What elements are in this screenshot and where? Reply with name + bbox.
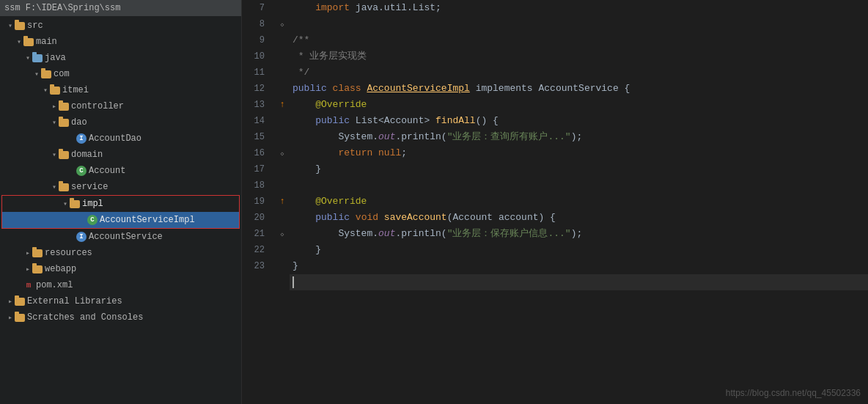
code-keyword: return [338, 145, 378, 161]
item-label: service [71, 182, 108, 192]
gutter-21: ◇ [275, 226, 290, 242]
item-label: controller [71, 101, 124, 111]
line-num: 18 [242, 177, 269, 194]
code-text [293, 113, 315, 129]
interface-icon: I [76, 133, 87, 144]
folder-icon [50, 87, 60, 95]
tree-item-controller[interactable]: ▸ controller [0, 98, 241, 114]
tree-item-java[interactable]: ▾ java [0, 50, 241, 66]
diamond-icon: ◇ [281, 231, 284, 238]
maven-icon: m [23, 280, 34, 290]
code-text: List<Account> [356, 113, 435, 129]
folder-icon [15, 298, 25, 306]
item-label: src [27, 21, 43, 31]
tree-item-itmei[interactable]: ▾ itmei [0, 82, 241, 98]
code-keyword: class [333, 81, 367, 97]
code-string: "业务层：保存账户信息..." [447, 226, 571, 242]
code-line-13: @Override [290, 97, 868, 113]
code-string: "业务层：查询所有账户..." [447, 129, 571, 145]
tree-item-accountserviceimpl[interactable]: C AccountServiceImpl [2, 212, 239, 228]
tree-item-webapp[interactable]: ▸ webapp [0, 261, 241, 277]
item-label: com [54, 69, 70, 79]
code-line-15: System. out .println( "业务层：查询所有账户..." ); [290, 129, 868, 145]
folder-blue-icon [32, 54, 43, 62]
expand-arrow: ▾ [15, 37, 23, 46]
class-green-icon: C [87, 215, 98, 225]
item-label: webapp [45, 264, 76, 274]
code-line-8 [290, 16, 868, 32]
expand-arrow: ▸ [23, 265, 32, 273]
tree-item-domain[interactable]: ▾ domain [0, 147, 241, 163]
line-num: 20 [242, 210, 269, 226]
code-keyword: public [315, 113, 356, 129]
item-label: AccountDao [89, 133, 141, 144]
item-label: resources [45, 248, 92, 258]
expand-arrow: ▾ [61, 199, 70, 208]
gutter-15 [275, 129, 290, 145]
tree-item-impl[interactable]: ▾ impl [2, 196, 239, 212]
code-keyword: void [356, 210, 384, 226]
tree-item-accountdao[interactable]: I AccountDao [0, 131, 241, 147]
gutter-17 [275, 161, 290, 177]
tree-item-main[interactable]: ▾ main [0, 34, 241, 50]
tree-item-pom[interactable]: m pom.xml [0, 277, 241, 293]
gutter-12 [275, 81, 290, 97]
line-num: 21 [242, 226, 269, 242]
gutter-8: ◇ [275, 16, 290, 32]
gutter-22 [275, 242, 290, 258]
gutter-7 [275, 0, 290, 16]
code-text: } [293, 161, 321, 177]
tree-item-com[interactable]: ▾ com [0, 66, 241, 82]
code-text: System. [293, 226, 378, 242]
code-text: (Account account) { [447, 210, 556, 226]
sidebar-header: ssm F:\IDEA\Spring\ssm [0, 0, 241, 16]
code-line-24[interactable] [290, 274, 868, 290]
project-sidebar: ssm F:\IDEA\Spring\ssm ▾ src ▾ main ▾ ja… [0, 0, 242, 404]
arrow-up-icon: ↑ [279, 197, 284, 207]
code-lines[interactable]: import java.util.List; /** * 业务层实现类 */ [290, 0, 868, 404]
item-label: itmei [62, 85, 89, 95]
gutter-16: ◇ [275, 145, 290, 161]
code-line-14: public List<Account> findAll () { [290, 113, 868, 129]
folder-icon [32, 249, 43, 257]
line-num: 17 [242, 161, 269, 177]
code-keyword: public [293, 81, 333, 97]
code-text: } [293, 258, 298, 274]
tree-item-resources[interactable]: ▸ resources [0, 245, 241, 261]
tree-item-src[interactable]: ▾ src [0, 18, 241, 34]
line-num: 16 [242, 145, 269, 161]
expand-arrow: ▾ [32, 70, 41, 78]
code-line-16: return null ; [290, 145, 868, 161]
expand-arrow: ▾ [50, 183, 59, 191]
tree-item-scratches[interactable]: ▸ Scratches and Consoles [0, 309, 241, 326]
tree-item-external[interactable]: ▸ External Libraries [0, 293, 241, 309]
code-editor: 7 8 9 10 11 12 13 14 15 16 17 18 19 20 2… [242, 0, 868, 404]
line-num: 8 [242, 16, 269, 32]
gutter: ◇ ↑ ◇ ↑ ◇ [275, 0, 290, 404]
line-num: 15 [242, 129, 269, 145]
tree-item-service[interactable]: ▾ service [0, 179, 241, 195]
file-tree[interactable]: ▾ src ▾ main ▾ java ▾ com ▾ [0, 16, 241, 404]
tree-item-account[interactable]: C Account [0, 163, 241, 179]
tree-item-accountservice[interactable]: I AccountService [0, 229, 241, 245]
tree-item-dao[interactable]: ▾ dao [0, 114, 241, 131]
code-content: 7 8 9 10 11 12 13 14 15 16 17 18 19 20 2… [242, 0, 868, 404]
item-label: domain [71, 150, 103, 160]
line-num: 13 [242, 97, 269, 113]
code-annotation: @Override [293, 97, 367, 113]
code-keyword: import [315, 0, 350, 16]
code-text: } [293, 242, 321, 258]
item-label: impl [82, 199, 103, 209]
expand-arrow: ▸ [23, 249, 32, 257]
item-label: Account [89, 166, 125, 176]
expand-arrow: ▾ [6, 21, 15, 30]
code-line-19: @Override [290, 194, 868, 210]
code-keyword: null [378, 145, 401, 161]
code-line-7: import java.util.List; [290, 0, 868, 16]
code-line-20: public void saveAccount (Account account… [290, 210, 868, 226]
code-comment: * 业务层实现类 [293, 48, 367, 65]
folder-icon [59, 151, 69, 159]
line-num: 10 [242, 48, 269, 65]
line-num: 7 [242, 0, 269, 16]
line-num: 9 [242, 32, 269, 48]
